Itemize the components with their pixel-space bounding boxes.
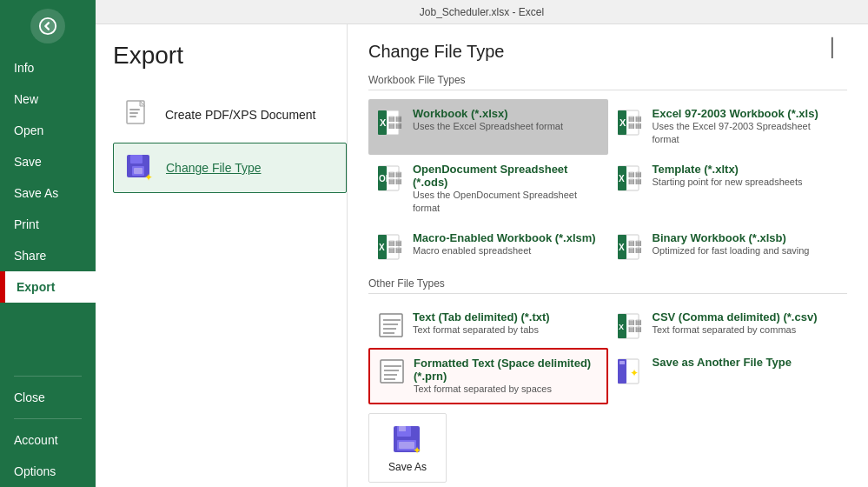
xlsx-icon: X ▤▤ ▤▤ [378, 109, 406, 137]
workbook-types-grid: X ▤▤ ▤▤ Workbook (*.xlsx) Uses the Excel… [368, 99, 847, 269]
xls-icon: X ▤▤ ▤▤ [618, 109, 646, 137]
file-type-text-prn: Formatted Text (Space delimited) (*.prn)… [414, 357, 598, 396]
sidebar-item-export[interactable]: Export [0, 271, 96, 303]
sidebar-item-new[interactable]: New [0, 83, 96, 115]
sidebar-item-save-as[interactable]: Save As [0, 177, 96, 209]
sidebar-item-account[interactable]: Account [0, 424, 96, 456]
file-type-name-csv: CSV (Comma delimited) (*.csv) [653, 310, 838, 324]
xlsm-icon: X ▤▤ ▤▤ [378, 233, 406, 261]
file-type-name-xlsx: Workbook (*.xlsx) [413, 107, 599, 120]
title-bar: Job_Scheduler.xlsx - Excel [96, 0, 868, 24]
file-type-item-ods[interactable]: OD ▤▤ ▤▤ OpenDocument Spreadsheet (*.ods… [368, 155, 608, 223]
sidebar-item-options[interactable]: Options [0, 456, 96, 487]
file-type-item-other[interactable]: ✦ Save as Another File Type [608, 348, 848, 404]
sidebar-item-print[interactable]: Print [0, 209, 96, 240]
svg-rect-3 [129, 109, 140, 110]
svg-text:✦: ✦ [144, 171, 153, 183]
svg-text:X: X [379, 243, 385, 252]
file-type-desc-txt: Text format separated by tabs [413, 324, 599, 337]
file-type-text-xlsb: Binary Workbook (*.xlsb) Optimized for f… [653, 231, 838, 257]
save-as-button[interactable]: ✦ Save As [368, 413, 447, 483]
file-type-desc-ods: Uses the OpenDocument Spreadsheet format [413, 189, 599, 216]
svg-text:X: X [619, 174, 625, 183]
change-file-type-icon: ✦ [124, 152, 156, 183]
file-type-desc-xls: Uses the Excel 97-2003 Spreadsheet forma… [653, 120, 838, 147]
file-type-item-xlsx[interactable]: X ▤▤ ▤▤ Workbook (*.xlsx) Uses the Excel… [368, 99, 608, 155]
right-panel: │ Change File Type Workbook File Types X… [348, 24, 868, 487]
xlsb-icon: X ▤▤ ▤▤ [618, 233, 646, 261]
file-type-text-ods: OpenDocument Spreadsheet (*.ods) Uses th… [413, 163, 599, 216]
svg-rect-58 [620, 361, 625, 364]
file-type-desc-xlsx: Uses the Excel Spreadsheet format [413, 120, 599, 133]
file-type-name-other: Save as Another File Type [653, 356, 838, 369]
workbook-section-label: Workbook File Types [368, 74, 847, 90]
svg-text:▤▤: ▤▤ [388, 122, 402, 130]
svg-text:✦: ✦ [630, 367, 639, 379]
sidebar-item-share[interactable]: Share [0, 240, 96, 271]
file-type-item-xltx[interactable]: X ▤▤ ▤▤ Template (*.xltx) Starting point… [608, 155, 848, 223]
sidebar-bottom: Close Account Options [0, 370, 96, 487]
ods-icon: OD ▤▤ ▤▤ [378, 164, 406, 192]
svg-text:▤▤: ▤▤ [628, 122, 642, 130]
other-section-label: Other File Types [368, 277, 847, 294]
sidebar-item-info[interactable]: Info [0, 52, 96, 83]
file-type-item-xlsm[interactable]: X ▤▤ ▤▤ Macro-Enabled Workbook (*.xlsm) … [368, 223, 608, 269]
file-type-name-xls: Excel 97-2003 Workbook (*.xls) [653, 107, 838, 120]
file-type-text-xlsx: Workbook (*.xlsx) Uses the Excel Spreads… [413, 107, 599, 133]
content-area: Export Create PDF/XPS Document [96, 24, 868, 487]
main-area: Job_Scheduler.xlsx - Excel Export Crea [96, 0, 868, 487]
file-type-text-other: Save as Another File Type [653, 356, 838, 369]
svg-rect-5 [129, 116, 136, 117]
file-type-name-xltx: Template (*.xltx) [653, 163, 838, 176]
svg-rect-9 [134, 168, 142, 174]
left-option-change-file-type-label: Change File Type [166, 161, 261, 175]
file-type-desc-csv: Text format separated by commas [653, 324, 838, 337]
file-type-desc-prn: Text format separated by spaces [414, 383, 598, 396]
svg-text:X: X [619, 243, 625, 252]
file-type-item-prn[interactable]: Formatted Text (Space delimited) (*.prn)… [368, 348, 608, 404]
file-type-name-xlsm: Macro-Enabled Workbook (*.xlsm) [413, 231, 599, 244]
other-types-grid: Text (Tab delimited) (*.txt) Text format… [368, 303, 847, 404]
save-as-icon: ✦ [390, 423, 425, 457]
svg-text:▤▤: ▤▤ [628, 325, 642, 333]
page-title: Export [113, 42, 347, 70]
left-option-change-file-type[interactable]: ✦ Change File Type [113, 143, 347, 193]
file-type-text-xls: Excel 97-2003 Workbook (*.xls) Uses the … [653, 107, 838, 147]
title-text: Job_Scheduler.xlsx - Excel [420, 6, 544, 18]
svg-text:X: X [380, 117, 387, 128]
left-panel: Export Create PDF/XPS Document [96, 24, 348, 487]
file-type-item-txt[interactable]: Text (Tab delimited) (*.txt) Text format… [368, 303, 608, 348]
sidebar-item-save[interactable]: Save [0, 146, 96, 177]
file-type-text-csv: CSV (Comma delimited) (*.csv) Text forma… [653, 310, 838, 337]
svg-rect-62 [399, 426, 406, 431]
left-option-create-pdf[interactable]: Create PDF/XPS Document [113, 90, 347, 139]
svg-text:▤▤: ▤▤ [628, 177, 642, 185]
svg-text:X: X [620, 117, 626, 128]
svg-text:▤▤: ▤▤ [388, 177, 402, 185]
file-type-name-prn: Formatted Text (Space delimited) (*.prn) [414, 357, 598, 383]
left-option-create-pdf-label: Create PDF/XPS Document [165, 108, 316, 122]
pdf-icon [123, 99, 155, 130]
txt-icon [378, 312, 406, 340]
svg-point-0 [40, 18, 56, 34]
file-type-item-xls[interactable]: X ▤▤ ▤▤ Excel 97-2003 Workbook (*.xls) U… [608, 99, 848, 155]
file-type-desc-xltx: Starting point for new spreadsheets [653, 176, 838, 189]
file-type-name-txt: Text (Tab delimited) (*.txt) [413, 310, 599, 324]
file-type-item-csv[interactable]: X ▤▤ ▤▤ CSV (Comma delimited) (*.csv) Te… [608, 303, 848, 348]
csv-icon: X ▤▤ ▤▤ [618, 312, 646, 340]
svg-text:✦: ✦ [413, 444, 421, 457]
sidebar-item-close[interactable]: Close [0, 382, 96, 413]
save-as-label: Save As [388, 461, 427, 473]
file-type-name-ods: OpenDocument Spreadsheet (*.ods) [413, 163, 599, 189]
xltx-icon: X ▤▤ ▤▤ [618, 164, 646, 192]
sidebar-nav: Info New Open Save Save As Print Share E… [0, 52, 96, 487]
svg-text:X: X [619, 323, 624, 331]
file-type-text-xlsm: Macro-Enabled Workbook (*.xlsm) Macro en… [413, 231, 599, 257]
svg-rect-4 [129, 112, 138, 114]
file-type-item-xlsb[interactable]: X ▤▤ ▤▤ Binary Workbook (*.xlsb) Optimiz… [608, 223, 848, 269]
sidebar: Info New Open Save Save As Print Share E… [0, 0, 96, 487]
sidebar-item-open[interactable]: Open [0, 115, 96, 146]
back-button[interactable] [30, 9, 65, 43]
right-panel-title: Change File Type [368, 42, 847, 62]
cursor-indicator: │ [828, 37, 839, 57]
